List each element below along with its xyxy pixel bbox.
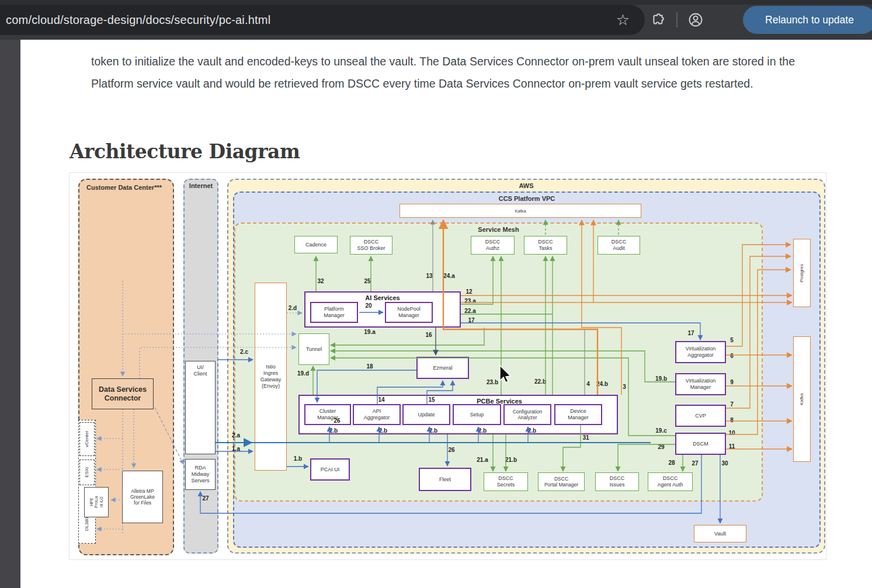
- tunnel: Tunnel: [298, 333, 329, 365]
- edge-label-27: 27: [692, 460, 698, 467]
- browser-toolbar: com/cloud/storage-design/docs/security/p…: [0, 0, 872, 40]
- virtualization-manager-label: Virtualization Manager: [686, 378, 715, 391]
- nodepool-manager: NodePool Manager: [385, 302, 433, 323]
- architecture-diagram: Customer Data Center***InternetAWSCCS Pl…: [69, 172, 826, 560]
- dscc-audit-label: DSCC Audit: [612, 239, 627, 252]
- edge-label-14: 14: [378, 396, 384, 403]
- istio-ingres-gateway-label: Istio Ingres Gateway (Envoy): [260, 364, 282, 389]
- cvp-label: CVP: [695, 413, 706, 419]
- vcenter-label: vCenter: [84, 431, 90, 447]
- edge-label-19.a: 19.a: [364, 329, 375, 335]
- vault-label: Vault: [714, 531, 726, 537]
- virtualization-aggregator-label: Virtualization Aggregator: [686, 346, 715, 359]
- fleet: Fleet: [419, 468, 471, 491]
- edge-label-30: 30: [721, 460, 728, 467]
- kafka-right: Kafka: [793, 336, 811, 462]
- ui-client: UI/ Client: [185, 361, 216, 454]
- dscc-tasks: DSCC Tasks: [524, 236, 567, 255]
- edge-label-2.b: 2.b: [478, 427, 487, 434]
- edge-label-8: 8: [730, 417, 734, 423]
- edge-label-13: 13: [426, 273, 432, 279]
- edge-label-22.b: 22.b: [534, 378, 546, 385]
- postgres: Postgres: [793, 239, 811, 307]
- hpe-proliant-ilo: HPE ProLia nt iLO: [84, 487, 109, 517]
- customer-data-center-label: Customer Data Center***: [86, 184, 162, 191]
- url-text: com/cloud/storage-design/docs/security/p…: [0, 13, 270, 27]
- dscc-agent-auth-label: DSCC Agent Auth: [657, 475, 683, 488]
- hpe-proliant-ilo-label: HPE ProLia nt iLO: [89, 496, 103, 508]
- esxi-label: ESXi: [84, 467, 90, 478]
- vcenter: vCenter: [79, 422, 95, 456]
- edge-label-23.b: 23.b: [487, 379, 498, 385]
- edge-label-9: 9: [730, 379, 734, 385]
- edge-label-19.d: 19.d: [297, 370, 309, 377]
- edge-label-21.a: 21.a: [477, 457, 488, 463]
- esxi: ESXi: [79, 460, 95, 485]
- setup-label: Setup: [470, 412, 484, 418]
- istio-ingres-gateway: Istio Ingres Gateway (Envoy): [255, 283, 287, 471]
- setup: Setup: [453, 404, 501, 425]
- dscc-sso-broker: DSCC SSO Broker: [350, 236, 392, 255]
- data-services-connector: Data Services Connector: [92, 378, 154, 409]
- dscm-label: DSCM: [693, 441, 708, 447]
- internet-zone-label: Internet: [189, 182, 213, 189]
- update: Update: [402, 404, 450, 425]
- edge-label-3: 3: [623, 384, 626, 390]
- edge-label-2.c: 2.c: [240, 349, 248, 355]
- diagram-nodes-layer: Customer Data Center***InternetAWSCCS Pl…: [70, 173, 826, 559]
- virtualization-manager: Virtualization Manager: [675, 373, 726, 395]
- data-services-connector-label: Data Services Connector: [99, 385, 147, 403]
- dscc-tasks-label: DSCC Tasks: [538, 239, 553, 252]
- dscc-audit: DSCC Audit: [597, 236, 640, 255]
- edge-label-24.b: 24.b: [596, 381, 608, 387]
- relaunch-button[interactable]: Relaunch to update: [743, 6, 872, 34]
- edge-label-16: 16: [425, 332, 432, 338]
- device-manager: Device Manager: [554, 404, 602, 425]
- edge-label-18: 18: [366, 363, 373, 370]
- update-label: Update: [418, 412, 435, 418]
- edge-label-2.b: 2.b: [429, 427, 437, 434]
- edge-label-22.a: 22.a: [464, 308, 475, 314]
- edge-label-24.a: 24.a: [443, 273, 454, 279]
- edge-label-28: 28: [668, 460, 675, 466]
- service-mesh-label: Service Mesh: [478, 226, 519, 233]
- dscc-secrets-label: DSCC Secrets: [497, 475, 515, 488]
- address-bar[interactable]: com/cloud/storage-design/docs/security/p…: [0, 5, 645, 35]
- edge-label-19.b: 19.b: [655, 375, 667, 382]
- bookmark-star-icon[interactable]: ☆: [616, 12, 630, 27]
- left-gutter: [0, 40, 20, 588]
- edge-label-1.a: 1.a: [232, 446, 240, 452]
- profile-icon[interactable]: [682, 6, 709, 33]
- edge-label-2.b: 2.b: [329, 427, 338, 434]
- kafka-right-label: Kafka: [799, 393, 805, 405]
- postgres-label: Postgres: [799, 264, 805, 283]
- cadence-label: Cadence: [305, 242, 326, 248]
- edge-label-4: 4: [586, 381, 590, 387]
- edge-label-5: 5: [730, 337, 734, 343]
- ccs-platform-vpc-label: CCS Platform VPC: [499, 195, 555, 202]
- configuration-analyzer: Configuration Analyzer: [503, 404, 551, 425]
- edge-label-2.d: 2.d: [289, 305, 297, 311]
- vault: Vault: [694, 525, 746, 542]
- pcai-ui: PCAI UI: [310, 458, 350, 481]
- edge-label-12: 12: [465, 288, 472, 295]
- edge-label-10: 10: [728, 430, 735, 436]
- cvp: CVP: [675, 405, 726, 427]
- alletra-mp-label: Alletra MP GreenLake for Files: [130, 488, 155, 506]
- kafka-top-label: Kafka: [515, 208, 526, 214]
- edge-label-29: 29: [658, 444, 664, 450]
- device-manager-label: Device Manager: [568, 408, 589, 421]
- edge-label-25: 25: [364, 278, 370, 284]
- cadence: Cadence: [294, 236, 338, 253]
- platform-manager: Platform Manager: [310, 302, 358, 323]
- edge-label-2.b: 2.b: [379, 427, 387, 434]
- edge-label-6: 6: [730, 353, 734, 359]
- edge-label-26: 26: [448, 447, 454, 453]
- tunnel-label: Tunnel: [306, 346, 322, 353]
- edge-label-7: 7: [730, 401, 734, 408]
- pcai-ui-label: PCAI UI: [321, 467, 340, 473]
- extensions-puzzle-icon[interactable]: [645, 6, 672, 33]
- page-title: Architecture Diagram: [70, 140, 300, 163]
- fleet-label: Fleet: [439, 476, 451, 483]
- api-aggregator-label: API Aggregator: [364, 408, 390, 421]
